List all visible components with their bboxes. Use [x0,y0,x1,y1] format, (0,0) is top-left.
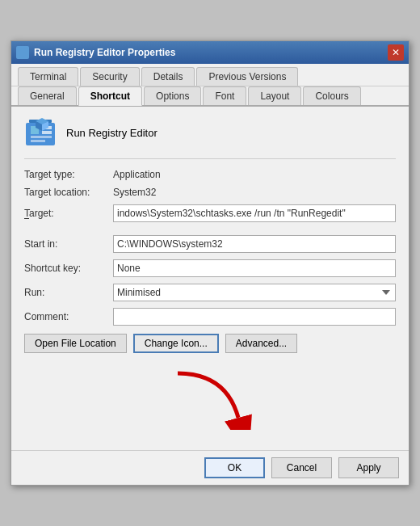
window-icon [16,46,29,59]
cancel-button[interactable]: Cancel [271,457,332,478]
start-in-input[interactable] [113,235,396,253]
target-location-value: System32 [113,187,156,198]
bottom-tab-row: General Shortcut Options Font Layout Col… [11,86,409,107]
change-icon-button[interactable]: Change Icon... [133,334,219,353]
tab-previous-versions[interactable]: Previous Versions [196,67,298,86]
content-area: Run Registry Editor Target type: Applica… [11,107,409,450]
start-in-label: Start in: [24,238,113,250]
properties-window: Run Registry Editor Properties ✕ Termina… [10,40,410,486]
app-name-label: Run Registry Editor [66,127,158,139]
action-buttons: Open File Location Change Icon... Advanc… [24,334,396,353]
shortcut-key-row: Shortcut key: [24,259,396,277]
app-header: Run Registry Editor [24,116,396,159]
app-icon [24,116,57,149]
arrow-area [24,360,396,440]
comment-input[interactable] [113,308,396,326]
svg-rect-6 [31,140,45,142]
top-tab-row: Terminal Security Details Previous Versi… [11,64,409,86]
title-bar: Run Registry Editor Properties ✕ [11,41,409,64]
close-button[interactable]: ✕ [388,44,404,61]
title-bar-left: Run Registry Editor Properties [16,46,175,59]
start-in-row: Start in: [24,235,396,253]
target-location-row: Target location: System32 [24,187,396,198]
shortcut-key-input[interactable] [113,259,396,277]
target-type-value: Application [113,169,161,180]
advanced-button[interactable]: Advanced... [225,334,297,353]
window-title: Run Registry Editor Properties [34,47,175,58]
target-input[interactable] [113,204,396,222]
target-type-row: Target type: Application [24,169,396,180]
tab-details[interactable]: Details [141,67,195,86]
comment-label: Comment: [24,311,113,322]
open-file-location-button[interactable]: Open File Location [24,334,127,353]
tab-general[interactable]: General [18,86,77,105]
ok-button[interactable]: OK [204,457,265,478]
footer-buttons: OK Cancel Apply [11,450,409,485]
comment-row: Comment: [24,308,396,326]
target-location-label: Target location: [24,187,113,198]
target-row: Target: [24,204,396,222]
tab-font[interactable]: Font [203,86,246,105]
tab-terminal[interactable]: Terminal [18,67,78,86]
tab-colours[interactable]: Colours [303,86,360,105]
run-label: Run: [24,287,113,298]
svg-rect-5 [31,136,52,138]
tab-shortcut[interactable]: Shortcut [78,86,142,106]
target-type-label: Target type: [24,169,113,180]
tab-security[interactable]: Security [80,67,139,86]
tab-options[interactable]: Options [144,86,201,105]
run-row: Run: Minimised Normal window Maximised [24,284,396,301]
run-select[interactable]: Minimised Normal window Maximised [113,284,396,301]
target-label: Target: [24,208,113,219]
red-arrow-indicator [162,365,258,432]
svg-rect-4 [42,131,52,134]
tab-layout[interactable]: Layout [248,86,301,105]
apply-button[interactable]: Apply [338,457,399,478]
shortcut-key-label: Shortcut key: [24,263,113,274]
